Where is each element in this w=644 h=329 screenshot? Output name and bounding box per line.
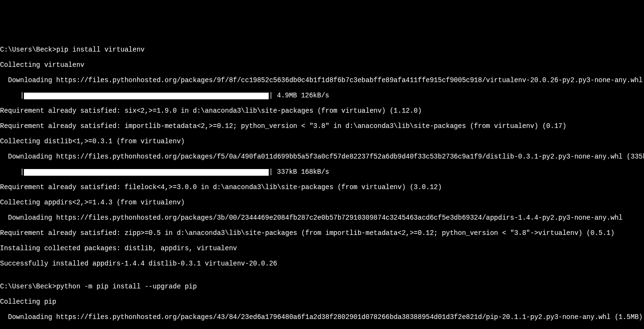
- output-line: Downloading https://files.pythonhosted.o…: [0, 313, 644, 321]
- progress-stats: | 337kB 168kB/s: [269, 168, 329, 176]
- output-line: Requirement already satisfied: filelock<…: [0, 183, 644, 191]
- output-line: Requirement already satisfied: importlib…: [0, 122, 644, 130]
- command-text: python -m pip install --upgrade pip: [56, 283, 197, 290]
- progress-line: || 4.9MB 126kB/s: [0, 92, 644, 99]
- progress-pad: |: [0, 168, 24, 176]
- output-line: Collecting appdirs<2,>=1.4.3 (from virtu…: [0, 199, 644, 206]
- output-line: Requirement already satisfied: zipp>=0.5…: [0, 229, 644, 237]
- progress-line: || 337kB 168kB/s: [0, 168, 644, 176]
- prompt: C:\Users\Beck>: [0, 283, 56, 290]
- output-line: Downloading https://files.pythonhosted.o…: [0, 214, 644, 222]
- output-line: Downloading https://files.pythonhosted.o…: [0, 153, 644, 160]
- progress-bar-fill: [24, 93, 269, 99]
- prompt-line[interactable]: C:\Users\Beck>python -m pip install --up…: [0, 283, 644, 290]
- progress-stats: | 4.9MB 126kB/s: [269, 92, 329, 99]
- progress-bar-fill: [24, 169, 269, 176]
- command-text: pip install virtualenv: [56, 46, 145, 53]
- output-line: Successfully installed appdirs-1.4.4 dis…: [0, 260, 644, 267]
- output-line: Downloading https://files.pythonhosted.o…: [0, 76, 644, 84]
- output-line: Collecting virtualenv: [0, 61, 644, 69]
- prompt: C:\Users\Beck>: [0, 46, 56, 53]
- terminal-window[interactable]: C:\Users\Beck>pip install virtualenv Col…: [0, 38, 644, 329]
- output-line: Collecting pip: [0, 298, 644, 306]
- output-line: Requirement already satisfied: six<2,>=1…: [0, 107, 644, 115]
- output-line: Collecting distlib<1,>=0.3.1 (from virtu…: [0, 138, 644, 145]
- progress-pad: |: [0, 92, 24, 99]
- output-line: Installing collected packages: distlib, …: [0, 244, 644, 252]
- prompt-line[interactable]: C:\Users\Beck>pip install virtualenv: [0, 46, 644, 53]
